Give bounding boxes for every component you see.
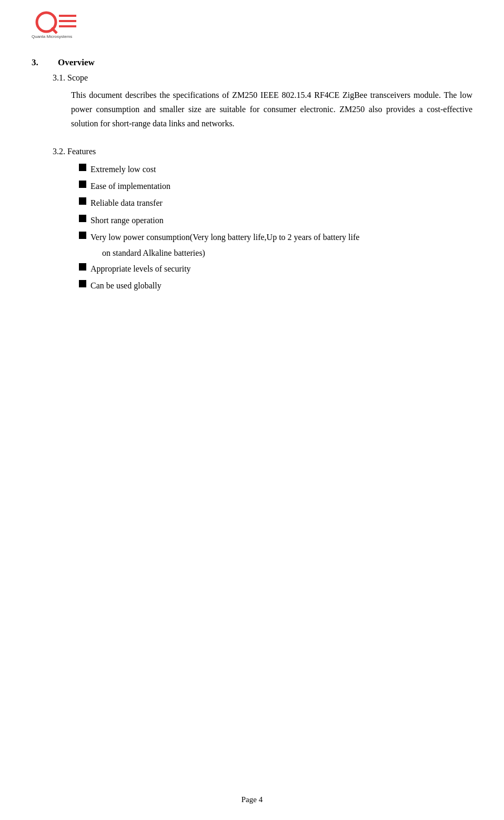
svg-line-1 xyxy=(52,28,57,33)
list-item-sub: on standard Alkaline batteries) xyxy=(102,246,359,260)
scope-subsection: 3.1. Scope This document describes the s… xyxy=(32,73,472,131)
bullet-icon xyxy=(79,181,86,188)
features-subsection: 3.2. Features Extremely low costEase of … xyxy=(32,147,472,294)
page-container: Quanta Microsystems 3. Overview 3.1. Sco… xyxy=(0,0,504,820)
page-footer: Page 4 xyxy=(0,795,504,804)
list-item-text: Ease of implementation xyxy=(90,178,170,194)
list-item-main: Can be used globally xyxy=(90,281,162,290)
bullet-icon xyxy=(79,197,86,205)
list-item: Can be used globally xyxy=(79,278,472,294)
section-title: Overview xyxy=(58,57,95,68)
company-logo: Quanta Microsystems xyxy=(32,11,79,39)
features-heading: 3.2. Features xyxy=(53,147,472,156)
list-item: Very low power consumption(Very long bat… xyxy=(79,229,472,260)
list-item: Reliable data transfer xyxy=(79,195,472,211)
bullet-icon xyxy=(79,215,86,222)
features-list: Extremely low costEase of implementation… xyxy=(79,162,472,294)
list-item-main: Appropriate levels of security xyxy=(90,264,191,273)
section-number: 3. xyxy=(32,57,47,68)
list-item-main: Extremely low cost xyxy=(90,165,156,174)
list-item-main: Short range operation xyxy=(90,216,164,225)
list-item-text: Extremely low cost xyxy=(90,162,156,177)
list-item-text: Short range operation xyxy=(90,213,164,228)
list-item: Extremely low cost xyxy=(79,162,472,177)
section-heading: 3. Overview xyxy=(32,57,472,68)
list-item: Short range operation xyxy=(79,213,472,228)
list-item-main: Very low power consumption(Very long bat… xyxy=(90,233,359,242)
bullet-icon xyxy=(79,164,86,171)
list-item-text: Reliable data transfer xyxy=(90,195,163,211)
scope-heading: 3.1. Scope xyxy=(53,73,472,83)
list-item-main: Reliable data transfer xyxy=(90,198,163,207)
list-item-text: Appropriate levels of security xyxy=(90,261,191,277)
list-item: Appropriate levels of security xyxy=(79,261,472,277)
bullet-icon xyxy=(79,263,86,271)
list-item: Ease of implementation xyxy=(79,178,472,194)
bullet-icon xyxy=(79,232,86,239)
bullet-icon xyxy=(79,280,86,287)
scope-paragraph: This document describes the specificatio… xyxy=(71,88,472,131)
list-item-text: Very low power consumption(Very long bat… xyxy=(90,229,359,260)
list-item-text: Can be used globally xyxy=(90,278,162,294)
page-number: Page 4 xyxy=(241,795,263,804)
list-item-main: Ease of implementation xyxy=(90,182,170,191)
logo-area: Quanta Microsystems xyxy=(32,11,472,42)
svg-text:Quanta Microsystems: Quanta Microsystems xyxy=(32,34,72,39)
